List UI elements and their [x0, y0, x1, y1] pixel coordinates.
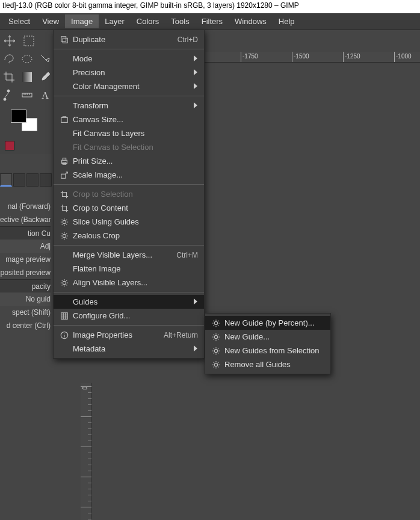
window-title: tled]-13.0 (RGB color 8-bit gamma intege…: [2, 1, 299, 10]
text-tool-icon[interactable]: A: [39, 88, 52, 102]
guides-submenu-new-guide[interactable]: New Guide...: [205, 330, 330, 344]
gear-icon: [58, 232, 70, 240]
gradient-tool-icon[interactable]: [20, 70, 34, 84]
duplicate-icon: [58, 36, 70, 44]
ruler-tick: [88, 404, 91, 405]
menuitem-accel: Ctrl+D: [178, 36, 198, 44]
canvas-area-lower[interactable]: [91, 383, 420, 520]
tool-option-row: posited preview: [0, 266, 51, 279]
paths-tool-icon[interactable]: [2, 88, 16, 102]
menuitem-label: Mode: [70, 54, 191, 63]
recent-color-swatch[interactable]: [5, 141, 14, 150]
fg-bg-color-widget[interactable]: [11, 110, 40, 136]
menu-view[interactable]: View: [36, 14, 65, 28]
tool-options-tab-1[interactable]: [0, 173, 12, 187]
guides-submenu-new-guides-from-selection[interactable]: New Guides from Selection: [205, 344, 330, 358]
ruler-tick: [88, 429, 91, 429]
image-menu-dropdown: DuplicateCtrl+DModePrecisionColor Manage…: [53, 29, 205, 359]
tool-options-tabs: [0, 173, 53, 189]
menuitem-label: Scale Image...: [70, 170, 198, 179]
menuitem-label: Fit Canvas to Selection: [70, 143, 198, 152]
tool-option-row: nal (Forward): [0, 200, 51, 213]
paintbrush-tool-icon[interactable]: [39, 70, 52, 84]
ruler-label: -1000: [396, 53, 412, 60]
ruler-tick: [88, 483, 91, 483]
menu-layer[interactable]: Layer: [99, 14, 131, 28]
menuitem-label: Guides: [70, 297, 191, 306]
image-menu-merge-visible-layers[interactable]: Merge Visible Layers...Ctrl+M: [54, 248, 204, 262]
image-menu-mode[interactable]: Mode: [54, 52, 204, 66]
svg-rect-9: [61, 117, 68, 122]
menu-select[interactable]: Select: [2, 14, 36, 28]
image-menu-precision[interactable]: Precision: [54, 66, 204, 79]
ruler-tick: [88, 465, 91, 465]
ruler-tick: [88, 519, 91, 519]
ruler-tick: [88, 435, 91, 435]
image-menu-align-visible-layers[interactable]: Align Visible Layers...: [54, 276, 204, 289]
image-menu-transform[interactable]: Transform: [54, 99, 204, 113]
menuitem-label: Duplicate: [70, 35, 178, 44]
image-menu-color-management[interactable]: Color Management: [54, 79, 204, 93]
ruler-tick: [81, 507, 91, 507]
tool-option-row: No guid: [0, 292, 51, 306]
image-menu-metadata[interactable]: Metadata: [54, 342, 204, 356]
tool-option-row: spect (Shift): [0, 306, 51, 319]
chevron-right-icon: [191, 54, 198, 63]
image-menu-fit-canvas-to-selection: Fit Canvas to Selection: [54, 140, 204, 154]
crop-tool-icon[interactable]: [2, 70, 16, 84]
menuitem-accel: Ctrl+M: [176, 251, 198, 259]
svg-point-19: [214, 321, 217, 324]
menuitem-label: Precision: [70, 68, 191, 77]
menuitem-label: Zealous Crop: [70, 231, 198, 240]
ruler-tick: [88, 513, 91, 513]
svg-text:A: A: [42, 90, 49, 101]
menu-tools[interactable]: Tools: [165, 14, 195, 28]
image-menu-configure-grid[interactable]: Configure Grid...: [54, 309, 204, 323]
guides-submenu-remove-all-guides[interactable]: Remove all Guides: [205, 358, 330, 371]
menu-colors[interactable]: Colors: [131, 14, 165, 28]
image-menu-flatten-image[interactable]: Flatten Image: [54, 262, 204, 276]
chevron-right-icon: [191, 101, 198, 110]
image-menu-scale-image[interactable]: Scale Image...: [54, 168, 204, 182]
ellipse-select-tool-icon[interactable]: [20, 52, 34, 66]
tool-option-row: d center (Ctrl): [0, 319, 51, 332]
menuitem-label: Configure Grid...: [70, 311, 198, 320]
tool-option-row: tion Cu: [0, 226, 51, 240]
fg-color-swatch[interactable]: [11, 110, 26, 123]
tool-options-tab-4[interactable]: [40, 173, 52, 187]
menu-image[interactable]: Image: [65, 14, 99, 28]
image-menu-zealous-crop[interactable]: Zealous Crop: [54, 229, 204, 243]
image-menu-image-properties[interactable]: Image PropertiesAlt+Return: [54, 328, 204, 342]
rect-select-tool-icon[interactable]: [22, 34, 36, 48]
measure-tool-icon[interactable]: [20, 88, 34, 102]
svg-rect-2: [22, 72, 32, 82]
move-tool-icon[interactable]: [2, 34, 17, 48]
image-menu-slice-using-guides[interactable]: Slice Using Guides: [54, 215, 204, 229]
tool-options-tab-2[interactable]: [13, 173, 25, 187]
image-menu-print-size[interactable]: Print Size...: [54, 154, 204, 168]
ruler-tick: [292, 52, 292, 63]
ruler-tick: [394, 52, 395, 63]
gear-icon: [210, 347, 222, 355]
menuitem-label: Remove all Guides: [222, 360, 324, 369]
fuzzy-select-tool-icon[interactable]: [39, 52, 52, 66]
menu-filters[interactable]: Filters: [196, 14, 229, 28]
menuitem-label: New Guides from Selection: [222, 346, 324, 355]
menu-help[interactable]: Help: [273, 14, 301, 28]
chevron-right-icon: [191, 82, 198, 91]
menuitem-label: Color Management: [70, 82, 191, 91]
image-menu-guides[interactable]: Guides: [54, 295, 204, 309]
image-menu-duplicate[interactable]: DuplicateCtrl+D: [54, 32, 204, 46]
ruler-tick: [88, 422, 91, 423]
menuitem-label: New Guide (by Percent)...: [222, 318, 324, 327]
ruler-tick: [81, 477, 91, 477]
free-select-tool-icon[interactable]: [2, 52, 16, 66]
image-menu-crop-to-content[interactable]: Crop to Content: [54, 201, 204, 215]
image-menu-canvas-size[interactable]: Canvas Size...: [54, 113, 204, 126]
tool-options-tab-3[interactable]: [26, 173, 39, 187]
gear-icon: [210, 319, 222, 327]
info-icon: [58, 331, 70, 339]
image-menu-fit-canvas-to-layers[interactable]: Fit Canvas to Layers: [54, 126, 204, 140]
guides-submenu-new-guide-by-percent[interactable]: New Guide (by Percent)...: [205, 316, 330, 330]
menu-windows[interactable]: Windows: [229, 14, 273, 28]
